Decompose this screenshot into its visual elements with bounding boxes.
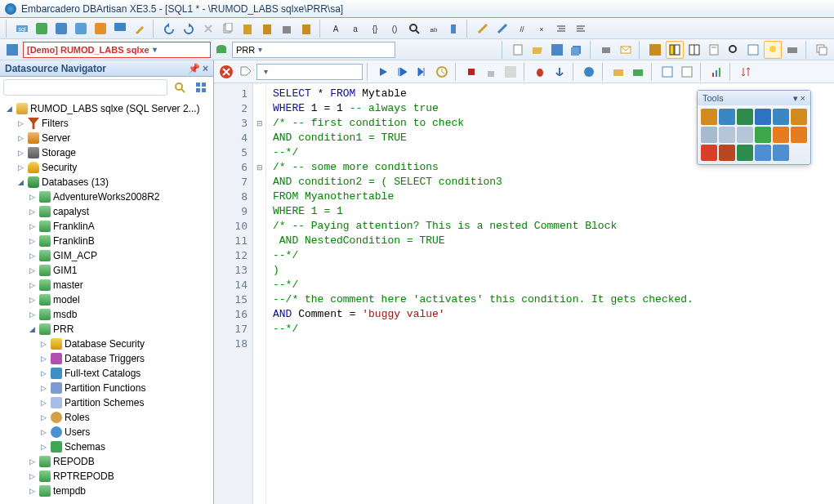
tools-popup-header[interactable]: Tools ▾ × [698,91,810,105]
outdent-icon[interactable] [572,20,590,38]
tree-prr-pfun[interactable]: ▷Partition Functions [39,381,213,395]
close-icon[interactable]: × [801,93,805,103]
expand-icon[interactable]: ▷ [39,443,48,452]
db-icon[interactable] [212,41,230,59]
expand-icon[interactable]: ▷ [39,340,48,349]
sort-icon[interactable] [737,63,755,81]
db-orange-icon[interactable] [91,20,109,38]
bookmark-icon[interactable] [444,20,462,38]
cut-icon[interactable] [199,20,217,38]
pin-icon[interactable]: 📌 [188,63,200,74]
tag-icon[interactable] [237,63,255,81]
tree-db-FranklinA[interactable]: ▷FranklinA [28,219,213,234]
paste-append-icon[interactable] [297,20,315,38]
anchor-icon[interactable] [551,63,569,81]
window-icon[interactable] [755,145,771,161]
view-panel-icon[interactable] [666,41,684,59]
error-circle-icon[interactable] [217,63,235,81]
globe-icon[interactable] [580,63,598,81]
paste-icon[interactable] [239,20,256,38]
saveall-icon[interactable] [568,41,586,59]
hammer-icon[interactable] [701,109,717,125]
expand-icon[interactable]: ▷ [16,134,25,143]
collapse-icon[interactable]: ◢ [28,325,37,334]
expand-icon[interactable]: ▷ [28,237,37,246]
db-blue-icon[interactable] [52,20,70,38]
print-icon[interactable] [597,41,615,59]
grid-icon[interactable] [737,127,753,143]
tree-databases[interactable]: ◢Databases (13) [16,175,213,190]
view-find-icon[interactable] [725,41,743,59]
tree-db-GIM1[interactable]: ▷GIM1 [28,263,213,278]
nav-menu-icon[interactable] [3,41,21,59]
brace-match-icon[interactable]: {} [366,20,384,38]
cancel-icon[interactable] [462,63,480,81]
folder2-icon[interactable] [629,63,647,81]
tree-db-PRR[interactable]: ◢PRR [28,322,213,337]
case-upper-icon[interactable]: A [327,20,345,38]
run-icon[interactable] [791,109,807,125]
clipboard-icon[interactable] [258,20,276,38]
tree-server[interactable]: ▷Server [16,131,213,145]
expand-icon[interactable]: ▷ [28,281,37,290]
plus-icon[interactable] [755,127,771,143]
monitor-icon[interactable] [111,20,129,38]
chart-icon[interactable] [707,63,725,81]
expand-icon[interactable]: ▷ [16,149,25,158]
record-icon[interactable] [701,145,717,161]
undo-icon[interactable] [160,20,178,38]
commit-icon[interactable] [502,63,520,81]
globe-icon[interactable] [755,109,771,125]
save-icon[interactable] [548,41,566,59]
delete-icon[interactable] [278,20,296,38]
uncomment-icon[interactable]: × [533,20,551,38]
find-icon[interactable] [405,20,423,38]
window2-icon[interactable] [773,145,789,161]
tree-prr-trig[interactable]: ▷Database Triggers [39,351,213,366]
tree-db-AdventureWorks2008R2[interactable]: ▷AdventureWorks2008R2 [28,190,213,204]
expand-icon[interactable]: ▷ [28,207,37,216]
open-icon[interactable] [528,41,546,59]
tree-db-FranklinB[interactable]: ▷FranklinB [28,234,213,248]
clipboard-icon[interactable] [719,127,735,143]
tree-prr-schemas[interactable]: ▷Schemas [39,439,213,454]
search-icon[interactable] [171,78,189,96]
tree-db-GIM_ACP[interactable]: ▷GIM_ACP [28,248,213,263]
expand-icon[interactable]: ▷ [28,252,37,261]
tree-db-REPODB[interactable]: ▷REPODB [28,454,213,469]
expand-icon[interactable]: ▷ [28,472,37,481]
tools-icon[interactable] [719,145,735,161]
new-doc-icon[interactable] [509,41,527,59]
collapse-icon[interactable]: ◢ [5,105,14,114]
bug-icon[interactable] [531,63,549,81]
results-text-icon[interactable] [678,63,696,81]
view1-icon[interactable] [646,41,664,59]
brace-select-icon[interactable]: () [386,20,404,38]
expand-icon[interactable]: ▷ [39,428,48,437]
wrench-icon[interactable] [131,20,149,38]
mail-icon[interactable] [617,41,635,59]
db-green-icon[interactable] [33,20,51,38]
database-select[interactable]: PRR ▾ [232,42,395,58]
expand-icon[interactable]: ▷ [28,487,37,496]
tree-db-msdb[interactable]: ▷msdb [28,307,213,322]
lock-icon[interactable] [482,63,500,81]
execute-icon[interactable] [374,63,392,81]
datasource-select[interactable]: [Demo] RUMOD_LABS sqlxe ▾ [23,42,211,58]
expand-icon[interactable]: ▷ [39,355,48,364]
chevron-down-icon[interactable]: ▾ [793,93,798,103]
expand-icon[interactable]: ▷ [28,193,37,202]
pliers-icon[interactable] [719,109,735,125]
replace-icon[interactable]: ab [425,20,443,38]
navigator-search-input[interactable] [3,79,167,96]
case-lower-icon[interactable]: a [346,20,364,38]
expand-icon[interactable]: ▷ [28,266,37,275]
tree-db-master[interactable]: ▷master [28,278,213,292]
tree-db-RPTREPODB[interactable]: ▷RPTREPODB [28,469,213,484]
tools-popup[interactable]: Tools ▾ × [697,90,811,165]
clock-icon[interactable] [433,63,451,81]
expand-icon[interactable]: ▷ [28,310,37,319]
collapse-icon[interactable]: ◢ [16,178,25,187]
tool2-icon[interactable] [493,20,511,38]
expand-icon[interactable]: ▷ [39,369,48,378]
